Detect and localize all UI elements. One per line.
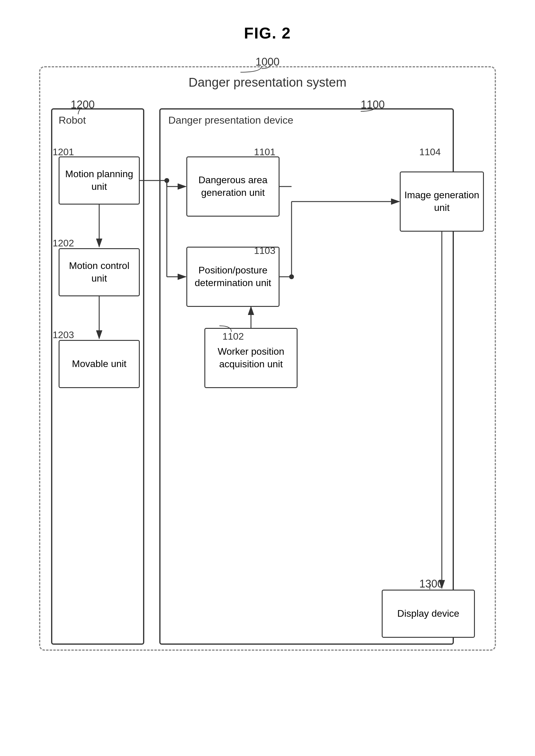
ref-1202: 1202 [53,238,74,249]
dangerous-area-gen-unit: Dangerous area generation unit [186,156,279,217]
ref-1104: 1104 [419,146,441,158]
image-gen-unit: Image generation unit [400,171,484,232]
ref-1101: 1101 [254,146,275,158]
ref-1203: 1203 [53,329,74,341]
motion-planning-unit: Motion planning unit [59,156,140,204]
worker-position-unit: Worker position acquisition unit [204,328,297,388]
movable-unit: Movable unit [59,340,140,388]
page: FIG. 2 1000 Danger presentation system R… [0,0,535,756]
figure-title: FIG. 2 [0,0,535,42]
ref-1201: 1201 [53,146,74,158]
robot-label: Robot [59,114,86,126]
ref-1103: 1103 [254,245,275,256]
ref-1200: 1200 [70,98,95,111]
ref-1100: 1100 [361,98,385,111]
system-label: Danger presentation system [0,75,535,90]
ref-1300: 1300 [419,578,443,590]
display-device: Display device [382,590,475,638]
danger-device-label: Danger presentation device [168,114,293,126]
ref-1102: 1102 [222,331,244,342]
motion-control-unit: Motion control unit [59,248,140,296]
